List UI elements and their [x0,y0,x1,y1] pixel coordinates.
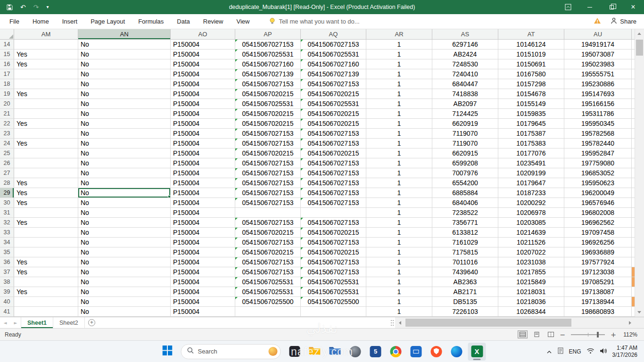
row-header-38[interactable]: 38 [0,277,14,287]
cell-AM15[interactable]: Yes [14,49,78,59]
cell-AU33[interactable]: 197097458 [564,228,632,238]
cell-AU24[interactable]: 195782440 [564,139,632,148]
cell-AS36[interactable]: 7011016 [432,257,498,267]
cell-AP35[interactable]: 05415067020215 [235,247,301,257]
cell-AR15[interactable]: 1 [366,49,432,59]
cell-AU18[interactable]: 195230886 [564,79,632,89]
cell-AU15[interactable]: 195073087 [564,49,632,59]
row-header-30[interactable]: 30 [0,198,14,208]
cell-AP33[interactable]: 05415067020215 [235,228,301,238]
row-header-29[interactable]: 29 [0,188,14,198]
cell-AO40[interactable]: P150004 [171,297,235,307]
cell-AP14[interactable]: 05415067027153 [235,40,301,49]
cell-AP19[interactable]: 05415067020215 [235,89,301,99]
row-header-28[interactable]: 28 [0,178,14,188]
cell-AN37[interactable]: No [78,267,171,277]
cell-AN41[interactable]: No [78,307,171,317]
cell-AO32[interactable]: P150004 [171,218,235,228]
cell-AR36[interactable]: 1 [366,257,432,267]
cell-AT14[interactable]: 10146124 [498,40,564,49]
column-header-AM[interactable]: AM [14,29,78,40]
cell-AS25[interactable]: 6620915 [432,148,498,158]
row-header-23[interactable]: 23 [0,129,14,139]
cell-AS21[interactable]: 7124425 [432,109,498,119]
cell-AQ23[interactable]: 05415067027153 [301,129,366,139]
cell-AR27[interactable]: 1 [366,168,432,178]
cell-AR34[interactable]: 1 [366,238,432,247]
cell-AS28[interactable]: 6554200 [432,178,498,188]
cell-AU16[interactable]: 195023983 [564,59,632,69]
tab-page-layout[interactable]: Page Layout [84,14,132,29]
cell-AT41[interactable]: 10268344 [498,307,564,317]
cell-AN24[interactable]: No [78,139,171,148]
cell-AR20[interactable]: 1 [366,99,432,109]
cell-AP26[interactable]: 05415067027153 [235,158,301,168]
cell-AO41[interactable]: P150004 [171,307,235,317]
cell-AO28[interactable]: P150004 [171,178,235,188]
cell-AS31[interactable]: 7238522 [432,208,498,218]
row-header-18[interactable]: 18 [0,79,14,89]
cell-AN14[interactable]: No [78,40,171,49]
cell-AT39[interactable]: 10218031 [498,287,564,297]
cell-AU25[interactable]: 195952847 [564,148,632,158]
search-highlight-icon[interactable] [269,347,278,356]
normal-view-icon[interactable] [518,330,528,338]
cell-AO33[interactable]: P150004 [171,228,235,238]
cell-AT23[interactable]: 10175387 [498,129,564,139]
cell-AQ22[interactable]: 05415067020215 [301,119,366,129]
cell-AN28[interactable]: No [78,178,171,188]
cell-AN34[interactable]: No [78,238,171,247]
cell-AT32[interactable]: 10203085 [498,218,564,228]
cell-AQ15[interactable]: 05415067025531 [301,49,366,59]
cell-AQ30[interactable]: 05415067027153 [301,198,366,208]
cell-AM40[interactable] [14,297,78,307]
cell-AR39[interactable]: 1 [366,287,432,297]
zoom-out-button[interactable]: − [560,331,566,338]
cell-AT17[interactable]: 10167580 [498,69,564,79]
cell-AR23[interactable]: 1 [366,129,432,139]
horizontal-scroll-track[interactable] [405,317,625,328]
cell-AP36[interactable]: 05415067027153 [235,257,301,267]
row-header-21[interactable]: 21 [0,109,14,119]
cell-AS23[interactable]: 7119070 [432,129,498,139]
cell-AP21[interactable]: 05415067020215 [235,109,301,119]
cell-AN20[interactable]: No [78,99,171,109]
close-button[interactable]: × [622,0,644,14]
tab-formulas[interactable]: Formulas [132,14,170,29]
cell-AO36[interactable]: P150004 [171,257,235,267]
row-header-39[interactable]: 39 [0,287,14,297]
cell-AP39[interactable]: 05415067025531 [235,287,301,297]
cell-AU38[interactable]: 197085291 [564,277,632,287]
search-box[interactable]: Search [181,344,281,359]
cell-AR18[interactable]: 1 [366,79,432,89]
cell-AQ39[interactable]: 05415067025531 [301,287,366,297]
scroll-right-icon[interactable] [625,317,635,328]
cell-AM21[interactable] [14,109,78,119]
cell-AR24[interactable]: 1 [366,139,432,148]
vertical-scroll-thumb[interactable] [636,40,643,56]
cell-AR40[interactable]: 1 [366,297,432,307]
cell-AS40[interactable]: DB5135 [432,297,498,307]
cell-AR25[interactable]: 1 [366,148,432,158]
cell-AQ41[interactable] [301,307,366,317]
cell-AU28[interactable]: 195950623 [564,178,632,188]
cell-AT30[interactable]: 10200292 [498,198,564,208]
select-all-button[interactable] [0,29,14,40]
taskbar-chrome[interactable] [387,343,405,361]
cell-AR21[interactable]: 1 [366,109,432,119]
cell-AP40[interactable]: 05415067025500 [235,297,301,307]
cell-AN21[interactable]: No [78,109,171,119]
cell-AR22[interactable]: 1 [366,119,432,129]
column-header-AR[interactable]: AR [366,29,432,40]
cell-AN36[interactable]: No [78,257,171,267]
cell-AU30[interactable]: 196576946 [564,198,632,208]
row-header-40[interactable]: 40 [0,297,14,307]
cell-AS39[interactable]: AB2171 [432,287,498,297]
cell-AQ14[interactable]: 05415067027153 [301,40,366,49]
cell-AR31[interactable]: 1 [366,208,432,218]
cell-AQ28[interactable]: 05415067027153 [301,178,366,188]
cell-AN22[interactable]: No [78,119,171,129]
cell-AQ25[interactable]: 05415067020215 [301,148,366,158]
cell-AN31[interactable]: No [78,208,171,218]
row-header-16[interactable]: 16 [0,59,14,69]
